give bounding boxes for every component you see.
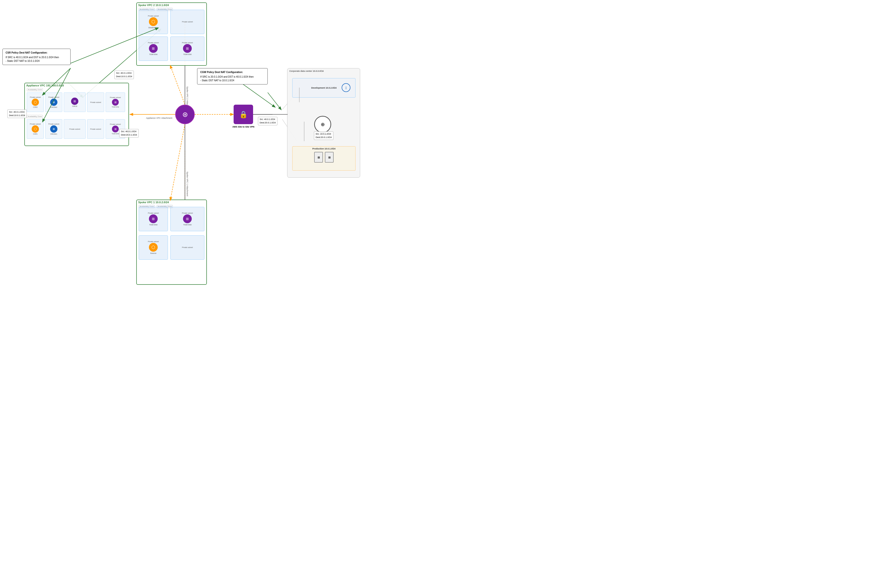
spoke-vpc2-tgweni1-label: TGW ENI	[149, 53, 157, 55]
csr-policy-callout: CSR Policy Dest NAT Configuration: If SR…	[2, 49, 70, 65]
pkt1-src: Src: 40.0.1.0/24	[116, 72, 132, 75]
app-tgweni-top-label: Private subnet	[110, 97, 121, 98]
vpn-box: 🔒	[234, 105, 253, 124]
svg-line-9	[241, 83, 275, 107]
spoke-vpc2-private-subnet4-label: Private subnet	[182, 42, 193, 44]
spoke-vpc1-box: Spoke VPC 1 10.0.2.0/24 Availability Zon…	[136, 200, 207, 285]
app-tgweni-top: Private subnet ⊞ TGW ENI	[106, 93, 125, 112]
pkt-vpn-src: Src: 40.0.1.0/24	[260, 118, 276, 121]
csr2-subnet-label: Private subnet	[30, 96, 41, 98]
cgw-policy-callout: CGW Policy Dest NAT Configuration: If SR…	[197, 68, 268, 84]
customer-gateway-icon: ⊕	[314, 116, 331, 133]
spoke-vpc1-private-subnet1-label: Private subnet	[148, 212, 159, 214]
appliance-vpc-title: Appliance VPC 192.168.0.0/16	[25, 83, 128, 88]
appliance-vpc-box: Appliance VPC 192.168.0.0/16 Availabilit…	[24, 83, 129, 146]
svg-line-17	[170, 124, 185, 200]
spoke-vpc2-tgweni2-icon: ⊞	[183, 44, 192, 53]
gwlb-icon: ⊞	[71, 97, 78, 105]
spoke-vpc1-title: Spoke VPC 1 10.0.2.0/24	[137, 200, 206, 204]
packet-label-vpn-right: Src: 40.0.1.0/24 Dest:20.0.1.0/24	[258, 117, 277, 125]
app-private-subnet-top-label: Private subnet	[90, 102, 101, 103]
server-icon-1: ▤	[314, 152, 323, 163]
spoke-vpc2-tgweni1-icon: ⊞	[149, 44, 158, 53]
prod-subnet: Production 10.0.1.0/24 ▤ ▤	[292, 146, 355, 171]
spoke-vpc2-private-subnet2-label: Private subnet	[182, 21, 193, 23]
corp-dc-title: Corporate data center 10.0.0.0/16	[290, 70, 324, 72]
app-private-subnet-bot2: Private subnet	[87, 119, 104, 139]
svg-line-16	[170, 66, 185, 105]
dev-subnet: Development 10.0.2.0/24 ↕	[292, 78, 355, 97]
spoke-vpc1-tgweni1-label: TGW ENI	[149, 224, 157, 226]
app-tgweni-top-icon: ⊞	[112, 99, 119, 106]
csr1-subnet: Private subnet ⬡ CSR1	[27, 119, 44, 139]
app-tgweni-bot-icon: ⊞	[112, 126, 119, 133]
diagram-container: Spoke VPC 2 10.0.1.0/24 Availability Zon…	[0, 0, 448, 294]
spoke-vpc2-empty-subnet: Private subnet	[170, 10, 204, 34]
gwlbe1-label: GWLBe1	[50, 133, 57, 135]
spoke-vpc1-private-subnet2-label: Private subnet	[182, 212, 193, 214]
spoke-vpc1-tgweni2-icon: ⊞	[183, 215, 192, 223]
csr-policy-title: CSR Policy Dest NAT Configuration:	[6, 51, 67, 55]
spoke-vpc1-private-subnet3-label: Private subnet	[148, 241, 159, 242]
pkt4-dst: Dest:20.0.1.0/24	[121, 133, 137, 137]
gwlbe2-icon: ⊕	[50, 99, 58, 106]
connection-lines	[0, 0, 448, 294]
cgw-policy-title: CGW Policy Dest NAT Configuration:	[200, 70, 265, 74]
pkt1-dst: Dest:10.0.1.0/24	[116, 75, 132, 78]
spoke-vpc1-attachment-label: Spoke VPC 1 Attachment	[186, 172, 189, 197]
spoke-vpc2-private-subnet-label: Private subnet	[148, 15, 159, 17]
dev-router-icon: ↕	[342, 83, 350, 92]
source-icon: ⬡	[149, 243, 158, 252]
spoke-vpc1-empty-subnet: Private subnet	[170, 235, 204, 260]
spoke-vpc1-source-subnet: Private subnet ⬡ Source	[139, 235, 168, 260]
corp-dc-box: Corporate data center 10.0.0.0/16 Develo…	[287, 68, 360, 178]
spoke-vpc2-dest-subnet: Private subnet ⬡ Destination	[139, 10, 168, 34]
app-tgweni-bot-text: TGW ENI	[112, 133, 119, 135]
csr1-subnet-label: Private subnet	[30, 123, 41, 125]
gwlbe2-subnet-label: Private subnet	[49, 96, 59, 98]
csr2-subnet: Private subnet ⬡ CSR2	[27, 93, 44, 112]
appliance-az2-label: Availability Zone	[27, 115, 43, 118]
spoke-vpc2-tgweni2-subnet: Private subnet ⊞ TGW ENI	[170, 37, 204, 61]
csr-policy-line1: If SRC is 40.0.1.0/24 and DST is 20.0.1.…	[6, 55, 67, 59]
pkt4-src: Src: 40.0.1.0/24	[121, 130, 137, 133]
packet-label-1: Src: 40.0.1.0/24 Dest:10.0.1.0/24	[114, 70, 134, 79]
appliance-az-label: Availability Zone	[27, 88, 43, 91]
app-private-subnet-bot2-label: Private subnet	[90, 128, 101, 130]
app-private-subnet-bot-label: Private subnet	[69, 128, 80, 130]
gwlb-label: GWLB	[72, 105, 78, 107]
pkt5-src: Src: 10.0.1.0/24	[315, 133, 332, 136]
spoke-vpc1-tgweni2-subnet: Private subnet ⊞ TGW ENI	[170, 207, 204, 231]
csr2-icon: ⬡	[32, 99, 39, 106]
destination-icon: ⬡	[149, 17, 158, 26]
pkt-vpn-dst: Dest:20.0.1.0/24	[260, 121, 276, 125]
pkt5-dst: Dest:20.0.1.0/24	[315, 136, 332, 139]
packet-label-bottom: Src: 40.0.1.0/24 Dest:20.0.1.0/24	[119, 129, 139, 137]
gwlbe1-icon: ⊕	[50, 125, 58, 133]
vpn-label: AWS Site to Site VPN	[229, 126, 258, 128]
destination-label: Destination	[148, 26, 158, 29]
spoke-vpc2-tgweni1-subnet: Private subnet ⊞ TGW ENI	[139, 37, 168, 61]
app-private-subnet-top: Private subnet	[87, 93, 104, 112]
prod-subnet-label: Production 10.0.1.0/24	[312, 148, 335, 150]
spoke-vpc2-title: Spoke VPC 2 10.0.1.0/24	[137, 3, 206, 7]
arrow-overlay	[0, 0, 448, 294]
app-private-subnet-bot: Private subnet	[64, 119, 86, 139]
gwlbe2-label: GWLBe2	[50, 107, 57, 108]
gwlbe1-subnet: Private subnet ⊕ GWLBe1	[45, 119, 62, 139]
server-icon-2: ▤	[325, 152, 334, 163]
pkt3-dst: Dest:10.0.1.0/24	[9, 114, 25, 117]
spoke-vpc2-private-subnet3-label: Private subnet	[148, 42, 159, 44]
gwlbe2-subnet: Private subnet ⊕ GWLBe2	[45, 93, 62, 112]
csr-policy-line2: - Static DST NAT to 10.0.1.0/24	[6, 59, 67, 63]
svg-line-15	[268, 93, 281, 110]
spoke-vpc2-tgweni2-label: TGW ENI	[183, 53, 192, 55]
app-tgweni-bot-label: Private subnet	[110, 123, 121, 125]
app-tgweni-top-text: TGW ENI	[112, 106, 119, 108]
pkt3-src: Src: 40.0.1.0/24	[9, 111, 25, 114]
csr1-icon: ⬡	[32, 125, 39, 133]
dev-subnet-label: Development 10.0.2.0/24	[311, 87, 337, 89]
gwlbe1-subnet-label: Private subnet	[49, 123, 59, 125]
packet-label-cust-gw: Src: 10.0.1.0/24 Dest:20.0.1.0/24	[314, 131, 334, 140]
cgw-policy-line1: If SRC is 20.0.1.0/24 and DST is 40.0.1.…	[200, 75, 265, 79]
